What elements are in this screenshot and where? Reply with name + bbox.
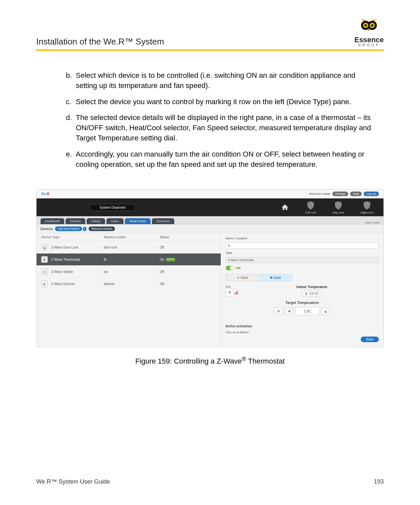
tab-history[interactable]: History [87,218,105,224]
list-marker: c. [66,97,76,107]
device-subbar: Devices Add New Device ▾ Remove Device [37,224,383,233]
switch-icon: ⏻ [41,268,48,275]
arm-bar: System Disarmed Full Arm Day Arm Night A… [37,198,383,216]
lock-icon: 🔒 [41,244,48,251]
list-text: Select the device you want to control by… [76,97,374,107]
app-logo: We.R [41,192,49,196]
app-topbar: We.R Welcome matan Settings Help Log out [37,190,383,198]
active-scenarios-label: Active scenarios: [226,324,379,328]
header-rule [36,49,384,51]
device-location: th [104,258,160,261]
name-location-input[interactable]: th [226,243,379,249]
name-location-label: Name / Location: [226,237,379,240]
brand-logo: Essence GROUP [354,18,384,47]
device-name: Z-Wave Door Lock [51,246,104,249]
arm-opt-label: Night Arm [360,211,374,214]
col-type: Device Type: [41,235,104,239]
device-status: On [160,258,216,261]
page-header-title: Installation of the We.R™ System [36,37,164,47]
list-marker: d. [66,113,76,143]
day-arm-option[interactable]: Day Arm [333,200,344,214]
target-temp-label: Target Temperature [226,301,379,305]
device-row-switch[interactable]: ⏻ Z-Wave Switch sw Off [37,266,221,278]
temp-increase-button[interactable]: ▲ [321,307,330,315]
full-arm-option[interactable]: Full Arm [305,200,316,214]
figure-caption: Figure 159: Controlling a Z-Wave® Thermo… [36,355,384,366]
device-row-doorlock[interactable]: 🔒 Z-Wave Door Lock door lock Off [37,241,221,253]
type-label: Type: [226,251,379,254]
night-arm-option[interactable]: Night Arm [360,200,374,214]
remove-device-button[interactable]: Remove Device [89,226,115,231]
refresh-button[interactable]: ⟳ [274,307,283,315]
instruction-c: c. Select the device you want to control… [66,97,374,107]
target-temp-value[interactable]: 1.5C [295,307,320,315]
home-arm-option[interactable] [281,203,289,211]
tab-devices[interactable]: Devices [66,218,85,224]
power-toggle[interactable]: ON [226,266,379,270]
arm-opt-label: Day Arm [333,211,344,214]
embedded-screenshot: We.R Welcome matan Settings Help Log out… [36,189,384,347]
indoor-temp-value: 24.5C [309,291,319,295]
save-button[interactable]: Save [361,337,379,342]
svg-point-5 [371,24,374,27]
brand-subtitle: GROUP [354,44,384,47]
device-name: Z-Wave Thermostat [51,258,104,261]
on-indicator-icon [166,258,175,261]
logo-part: We [41,192,46,196]
device-row-dimmer[interactable]: ◐ Z-Wave Dimmer dimmer Off [37,278,221,290]
instruction-d: d. The selected device details will be d… [66,113,374,143]
arm-opt-label: Full Arm [305,211,316,214]
tab-users[interactable]: Users [106,218,124,224]
tab-scenarios[interactable]: Scenarios [152,218,174,224]
welcome-text: Welcome matan [309,192,330,195]
arm-status-label: System Disarmed [89,204,136,211]
help-button[interactable]: Help [350,192,362,196]
list-text: The selected device details will be disp… [76,113,374,143]
instruction-e: e. Accordingly, you can manually turn th… [66,149,374,170]
sub-devices-label: Devices [41,227,53,231]
list-text: Select which device is to be controlled … [76,71,374,91]
device-column-header: Device Type: Name/Location Status [37,233,221,241]
tab-smart-home[interactable]: Smart Home [125,218,151,224]
footer-doc-title: We.R™ System User Guide [36,478,110,485]
brand-name: Essence [354,36,384,44]
thermometer-icon: 🌡 [305,292,308,295]
device-location: dimmer [104,282,160,286]
list-marker: e. [66,149,76,170]
main-tabs: Dashboard Devices History Users Smart Ho… [37,216,383,224]
power-state-label: ON [236,266,241,270]
fan-label: Fan [226,285,238,288]
device-status: Off [160,246,216,249]
thermostat-icon: 🌡 [41,256,48,263]
list-marker: b. [66,71,76,91]
heat-cool-selector[interactable]: ☀ Heat ❄ Cool [226,274,292,281]
device-detail-panel: Name / Location: th Type: Z-Wave Thermos… [221,233,383,347]
device-list-panel: Device Type: Name/Location Status 🔒 Z-Wa… [37,233,221,347]
device-name: Z-Wave Dimmer [51,282,104,286]
list-text: Accordingly, you can manually turn the a… [76,149,374,170]
tab-dashboard[interactable]: Dashboard [41,218,64,224]
owl-icon [354,18,384,36]
indoor-temp-label: Indoor Temperature [245,285,379,289]
temp-decrease-button[interactable]: ▼ [285,307,294,315]
device-status: Off [160,270,216,274]
add-device-chevron-icon[interactable]: ▾ [83,227,87,231]
device-status: Off [160,282,216,286]
wake-guest-link[interactable]: Wake Guest [365,221,379,224]
type-value: Z-Wave Thermostat [226,257,379,263]
heat-option[interactable]: ☀ Heat [226,275,259,281]
add-device-button[interactable]: Add New Device [55,226,82,231]
instruction-b: b. Select which device is to be controll… [66,71,374,91]
device-location: door lock [104,246,160,249]
device-row-thermostat[interactable]: 🌡 Z-Wave Thermostat th On [37,253,221,266]
device-name: Z-Wave Switch [51,270,104,274]
dimmer-icon: ◐ [41,281,48,287]
col-status: Status [160,235,216,239]
cool-option[interactable]: ❄ Cool [259,275,292,281]
settings-button[interactable]: Settings [332,192,349,196]
fan-speed-indicator[interactable] [235,290,238,294]
target-temp-spinner: ⟳ ▼ 1.5C ▲ [226,307,379,315]
logout-button[interactable]: Log out [364,192,379,196]
footer-page-number: 193 [374,478,384,485]
fan-icon[interactable]: ✳ [226,288,234,296]
